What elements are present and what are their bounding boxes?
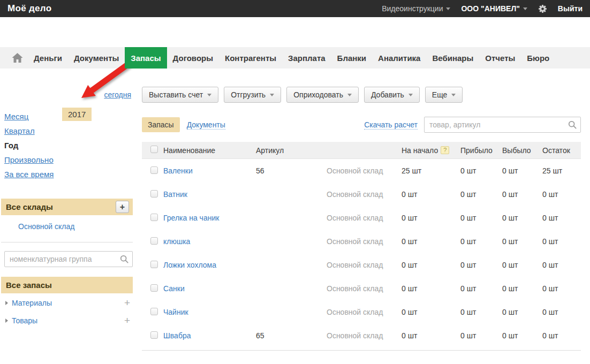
nav-tab-stocks[interactable]: Запасы <box>125 47 167 69</box>
col-outgoing: Выбыло <box>502 146 542 155</box>
warehouses-header: Все склады + <box>1 199 133 215</box>
receive-button[interactable]: Оприходовать <box>286 87 359 103</box>
table-row: Ватник Основной склад 0 шт 0 шт 0 шт 0 ш… <box>142 183 581 206</box>
chevron-down-icon <box>270 94 274 96</box>
row-checkbox[interactable] <box>150 284 158 292</box>
group-materials-link[interactable]: Материалы <box>12 299 52 307</box>
period-filter-list: Месяц 2017 Квартал Год Произвольно За вс… <box>0 109 137 181</box>
chevron-down-icon <box>446 7 450 10</box>
download-calculation-link[interactable]: Скачать расчет <box>364 120 418 130</box>
table-row: Грелка на чаник Основной склад 0 шт 0 шт… <box>142 206 581 230</box>
sidebar: сегодня Месяц 2017 Квартал Год Произволь… <box>0 69 137 329</box>
home-icon[interactable] <box>6 47 28 69</box>
period-year-active[interactable]: Год <box>4 141 18 150</box>
nav-tab-counterparties[interactable]: Контрагенты <box>219 47 282 69</box>
more-button[interactable]: Еще <box>425 87 463 103</box>
table-header: Наименование Артикул На начало? Прибыло … <box>142 142 581 159</box>
nav-tab-forms[interactable]: Бланки <box>331 47 372 69</box>
table-row: Швабра 65 Основной склад 0 шт 0 шт 0 шт … <box>142 324 581 347</box>
invoice-button[interactable]: Выставить счет <box>142 87 218 103</box>
nav-tab-webinars[interactable]: Вебинары <box>426 47 479 69</box>
app-logo[interactable]: Моё дело <box>7 3 51 14</box>
tab-stocks-active[interactable]: Запасы <box>142 117 180 132</box>
item-link[interactable]: Грелка на чаник <box>163 214 219 222</box>
col-balance: Остаток <box>542 146 581 155</box>
help-badge[interactable]: ? <box>441 146 449 154</box>
add-warehouse-button[interactable]: + <box>116 201 129 213</box>
stocks-table: Наименование Артикул На начало? Прибыло … <box>142 142 581 351</box>
row-checkbox[interactable] <box>150 308 158 315</box>
row-checkbox[interactable] <box>150 190 158 198</box>
group-goods: Товары + <box>0 312 137 329</box>
item-link[interactable]: Чайник <box>163 308 188 316</box>
add-button[interactable]: Добавить <box>364 87 420 103</box>
expand-triangle-icon[interactable] <box>5 301 8 305</box>
group-materials: Материалы + <box>0 294 137 311</box>
item-link[interactable]: Швабра <box>163 331 191 340</box>
warehouses-header-label: Все склады <box>6 202 53 211</box>
item-link[interactable]: Санки <box>163 284 185 293</box>
main-navigation: Деньги Документы Запасы Договоры Контраг… <box>0 47 590 69</box>
col-incoming: Прибыло <box>460 146 502 155</box>
logout-button[interactable]: Выйти <box>558 4 583 13</box>
table-row: Валенки 56 Основной склад 25 шт 0 шт 0 ш… <box>142 159 581 183</box>
group-search-input[interactable] <box>4 251 133 267</box>
search-icon <box>568 120 577 131</box>
row-checkbox[interactable] <box>150 261 158 268</box>
nav-tab-money[interactable]: Деньги <box>28 47 68 69</box>
tab-documents[interactable]: Документы <box>187 120 225 130</box>
nav-tab-bureau[interactable]: Бюро <box>521 47 555 69</box>
warehouse-main-link[interactable]: Основной склад <box>18 222 74 231</box>
table-row: Санки Основной склад 0 шт 0 шт 0 шт 0 шт <box>142 277 581 300</box>
product-search <box>424 117 581 133</box>
period-month-link[interactable]: Месяц <box>4 112 28 121</box>
row-checkbox[interactable] <box>150 166 158 174</box>
chevron-down-icon <box>207 94 211 96</box>
top-bar: Моё дело Видеоинструкции ООО "АНИВЕЛ" Вы… <box>0 0 590 17</box>
company-name: ООО "АНИВЕЛ" <box>461 4 519 13</box>
item-link[interactable]: клюшка <box>163 237 190 246</box>
product-search-input[interactable] <box>424 117 581 133</box>
stocks-header-label: Все запасы <box>6 280 52 290</box>
action-toolbar: Выставить счет Отгрузить Оприходовать До… <box>142 87 581 103</box>
nav-tab-documents[interactable]: Документы <box>68 47 125 69</box>
year-badge[interactable]: 2017 <box>62 108 92 121</box>
topbar-actions: Видеоинструкции ООО "АНИВЕЛ" Выйти <box>382 4 583 13</box>
add-subgroup-icon[interactable]: + <box>124 315 130 325</box>
view-tabs: Запасы Документы Скачать расчет <box>142 117 581 133</box>
col-start: На начало? <box>402 146 460 155</box>
settings-gear-icon[interactable] <box>538 4 547 13</box>
group-goods-link[interactable]: Товары <box>12 316 37 325</box>
expand-triangle-icon[interactable] <box>5 318 8 323</box>
table-row: Чайник Основной склад 0 шт 0 шт 0 шт 0 ш… <box>142 300 581 324</box>
nav-tab-analytics[interactable]: Аналитика <box>372 47 426 69</box>
video-instructions-label: Видеоинструкции <box>382 4 443 13</box>
item-link[interactable]: Ватник <box>163 190 187 199</box>
stocks-header: Все запасы <box>1 277 133 293</box>
company-menu[interactable]: ООО "АНИВЕЛ" <box>461 4 527 13</box>
period-custom-link[interactable]: Произвольно <box>4 155 54 164</box>
row-checkbox[interactable] <box>150 214 158 221</box>
period-today-link[interactable]: сегодня <box>104 90 131 99</box>
select-all-checkbox[interactable] <box>150 146 158 153</box>
chevron-down-icon <box>451 94 456 96</box>
chevron-down-icon <box>409 94 413 96</box>
row-checkbox[interactable] <box>150 237 158 245</box>
add-subgroup-icon[interactable]: + <box>124 298 130 308</box>
ship-button[interactable]: Отгрузить <box>224 87 281 103</box>
item-link[interactable]: Ложки хохлома <box>163 261 216 269</box>
period-alltime-link[interactable]: За все время <box>4 170 54 179</box>
nav-tab-contracts[interactable]: Договоры <box>167 47 219 69</box>
nav-tab-reports[interactable]: Отчеты <box>479 47 521 69</box>
col-name: Наименование <box>163 146 256 155</box>
main-panel: Выставить счет Отгрузить Оприходовать До… <box>137 69 590 351</box>
chevron-down-icon <box>347 94 352 96</box>
col-sku: Артикул <box>256 146 327 155</box>
video-instructions-menu[interactable]: Видеоинструкции <box>382 4 450 13</box>
sidebar-divider <box>1 242 133 242</box>
nav-tab-salary[interactable]: Зарплата <box>282 47 331 69</box>
row-checkbox[interactable] <box>150 331 158 339</box>
period-quarter-link[interactable]: Квартал <box>4 126 35 135</box>
chevron-down-icon <box>523 7 527 10</box>
item-link[interactable]: Валенки <box>163 166 193 175</box>
